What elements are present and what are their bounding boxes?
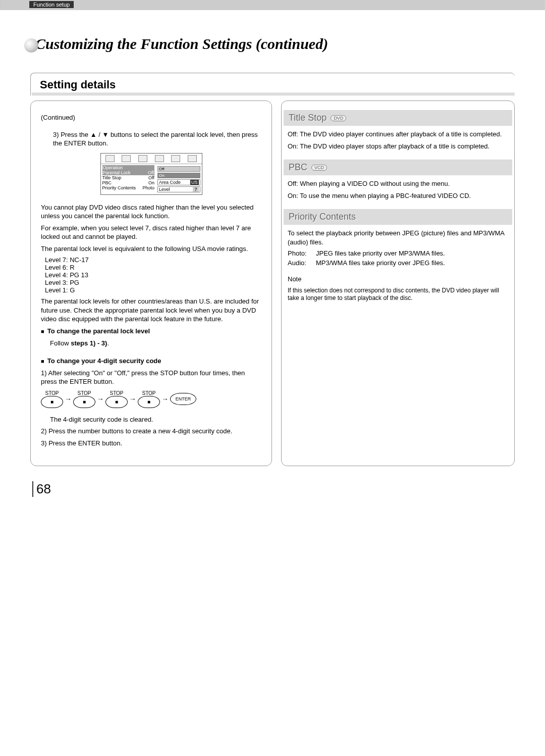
stop-button-icon: ■ bbox=[41, 396, 63, 408]
arrow-icon: → bbox=[129, 395, 136, 403]
ratings-list: Level 7: NC-17 Level 6: R Level 4: PG 13… bbox=[45, 256, 261, 294]
stop-button-icon: ■ bbox=[138, 396, 160, 408]
sc-step1: 1) After selecting "On" or "Off," press … bbox=[41, 369, 261, 386]
chapter-title-text: Customizing the Function Settings (conti… bbox=[35, 35, 328, 52]
page-number: 68 bbox=[32, 481, 515, 497]
osd-group: Operation bbox=[102, 165, 154, 170]
left-column: (Continued) 3) Press the ▲ / ▼ buttons t… bbox=[30, 100, 272, 466]
enter-button-icon: ENTER bbox=[170, 393, 196, 405]
sc-cleared: The 4-digit security code is cleared. bbox=[50, 415, 261, 424]
stop-button-icon: ■ bbox=[73, 396, 95, 408]
arrow-icon: → bbox=[65, 395, 72, 403]
paragraph-example: For example, when you select level 7, di… bbox=[41, 224, 261, 241]
arrow-icon: → bbox=[161, 395, 169, 403]
priority-header: Priority Contents bbox=[284, 209, 512, 225]
rating-row: Level 6: R bbox=[45, 264, 261, 271]
header-bar: Function setup bbox=[0, 0, 545, 10]
rating-row: Level 1: G bbox=[45, 286, 261, 294]
section-title: Setting details bbox=[40, 78, 515, 91]
stop-button-icon: ■ bbox=[105, 396, 128, 408]
continued-label: (Continued) bbox=[41, 113, 261, 122]
osd-icon-row bbox=[101, 154, 202, 164]
priority-photo-row: Photo: JPEG files take priority over MP3… bbox=[288, 249, 508, 257]
bullet-change-level: To change the parental lock level bbox=[41, 327, 261, 336]
title-stop-off: Off: The DVD video player continues afte… bbox=[288, 130, 508, 139]
osd-screenshot: Operation Parental LockOff Title StopOff… bbox=[100, 153, 202, 195]
pbc-off: Off: When playing a VIDEO CD without usi… bbox=[288, 179, 508, 188]
osd-area-code: Area CodeUS bbox=[157, 179, 200, 185]
rating-row: Level 3: PG bbox=[45, 279, 261, 286]
osd-level: Level7 bbox=[157, 186, 200, 192]
paragraph-ratings-intro: The parental lock level is equivalent to… bbox=[41, 244, 261, 254]
bullet-change-code: To change your 4-digit security code bbox=[41, 357, 261, 366]
osd-opt-off: Off bbox=[157, 166, 200, 172]
note-body: If this selection does not correspond to… bbox=[288, 287, 508, 303]
sc-step3: 3) Press the ENTER button. bbox=[41, 439, 261, 448]
paragraph-lock-explain: You cannot play DVD video discs rated hi… bbox=[41, 203, 261, 221]
priority-intro: To select the playback priority between … bbox=[288, 229, 508, 246]
rating-row: Level 7: NC-17 bbox=[45, 256, 261, 264]
note-heading: Note bbox=[288, 275, 508, 284]
bullet-change-level-body: Follow steps 1) - 3). bbox=[50, 339, 261, 348]
section-heading-frame: Setting details bbox=[30, 73, 515, 95]
section-tab: Function setup bbox=[29, 1, 74, 8]
paragraph-future-use: The parental lock levels for other count… bbox=[41, 297, 261, 324]
sc-step2: 2) Press the number buttons to create a … bbox=[41, 427, 261, 436]
decorative-orb bbox=[24, 38, 38, 53]
priority-audio-row: Audio: MP3/WMA files take priority over … bbox=[288, 259, 508, 267]
arrow-icon: → bbox=[97, 395, 104, 403]
step-3-text: 3) Press the ▲ / ▼ buttons to select the… bbox=[53, 130, 261, 148]
title-stop-header: Title Stop DVD bbox=[284, 110, 512, 126]
pbc-on: On: To use the menu when playing a PBC-f… bbox=[288, 191, 508, 200]
pbc-header: PBC VCD bbox=[284, 160, 512, 175]
button-sequence: STOP■ → STOP■ → STOP■ → STOP■ → ENTER bbox=[41, 390, 261, 408]
dvd-badge: DVD bbox=[331, 115, 346, 121]
right-column: Title Stop DVD Off: The DVD video player… bbox=[281, 100, 515, 466]
osd-opt-on: On bbox=[157, 173, 200, 178]
vcd-badge: VCD bbox=[311, 165, 327, 171]
title-stop-on: On: The DVD video player stops after pla… bbox=[288, 142, 508, 151]
rating-row: Level 4: PG 13 bbox=[45, 271, 261, 279]
section-underline bbox=[32, 92, 515, 95]
page-content: Customizing the Function Settings (conti… bbox=[0, 10, 545, 517]
chapter-title: Customizing the Function Settings (conti… bbox=[35, 35, 515, 53]
